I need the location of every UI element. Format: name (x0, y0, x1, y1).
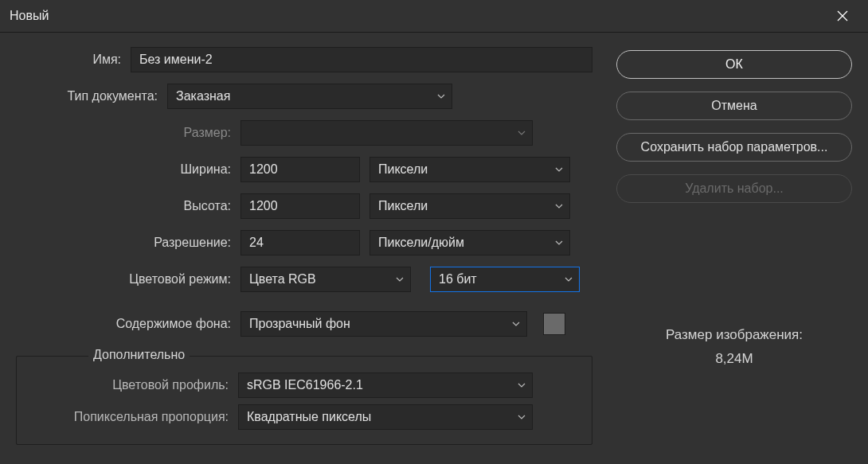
advanced-legend: Дополнительно (88, 348, 190, 362)
advanced-group: Дополнительно Цветовой профиль: sRGB IEC… (16, 356, 592, 445)
ok-button[interactable]: ОК (616, 50, 852, 79)
chevron-down-icon (396, 277, 404, 282)
background-color-swatch[interactable] (543, 313, 565, 335)
close-icon (837, 10, 848, 21)
bit-depth-select[interactable]: 16 бит (430, 267, 580, 292)
chevron-down-icon (512, 322, 520, 326)
chevron-down-icon (437, 94, 445, 99)
height-unit-value: Пиксели (378, 199, 428, 213)
color-profile-select[interactable]: sRGB IEC61966-2.1 (238, 372, 533, 398)
background-select[interactable]: Прозрачный фон (240, 311, 527, 337)
titlebar: Новый (0, 0, 868, 32)
background-value: Прозрачный фон (249, 317, 350, 331)
dialog-title: Новый (10, 9, 49, 23)
save-preset-button[interactable]: Сохранить набор параметров... (616, 133, 852, 162)
bit-depth-value: 16 бит (439, 272, 477, 287)
image-size-label: Размер изображения: (616, 327, 852, 343)
color-mode-value: Цвета RGB (249, 272, 316, 287)
chevron-down-icon (555, 167, 563, 172)
width-input[interactable] (240, 157, 360, 182)
doc-type-label: Тип документа: (16, 89, 158, 103)
color-mode-label: Цветовой режим: (16, 272, 231, 287)
height-unit-select[interactable]: Пиксели (369, 193, 570, 219)
name-label: Имя: (16, 53, 121, 67)
background-label: Содержимое фона: (16, 317, 231, 331)
resolution-label: Разрешение: (16, 236, 231, 250)
doc-type-value: Заказная (176, 89, 230, 103)
size-select[interactable] (240, 120, 533, 146)
height-label: Высота: (16, 199, 231, 213)
color-mode-select[interactable]: Цвета RGB (240, 267, 411, 292)
doc-type-select[interactable]: Заказная (167, 84, 452, 109)
chevron-down-icon (555, 240, 563, 245)
name-input[interactable] (131, 47, 592, 72)
chevron-down-icon (518, 415, 526, 419)
chevron-down-icon (565, 277, 573, 282)
size-label: Размер: (16, 126, 231, 140)
resolution-unit-select[interactable]: Пиксели/дюйм (369, 230, 570, 255)
close-button[interactable] (827, 0, 858, 32)
color-profile-label: Цветовой профиль: (25, 378, 229, 392)
pixel-aspect-value: Квадратные пикселы (247, 410, 371, 424)
image-size-value: 8,24M (616, 351, 852, 367)
chevron-down-icon (518, 131, 526, 135)
cancel-button[interactable]: Отмена (616, 92, 852, 120)
image-size-info: Размер изображения: 8,24M (616, 327, 852, 367)
delete-preset-button: Удалить набор... (616, 174, 852, 203)
chevron-down-icon (555, 204, 563, 209)
width-unit-value: Пиксели (378, 162, 428, 177)
width-unit-select[interactable]: Пиксели (369, 157, 570, 182)
resolution-input[interactable] (240, 230, 360, 255)
pixel-aspect-select[interactable]: Квадратные пикселы (238, 404, 533, 430)
chevron-down-icon (518, 383, 526, 388)
width-label: Ширина: (16, 162, 231, 177)
pixel-aspect-label: Попиксельная пропорция: (25, 410, 229, 424)
resolution-unit-value: Пиксели/дюйм (378, 236, 464, 250)
height-input[interactable] (240, 193, 360, 219)
color-profile-value: sRGB IEC61966-2.1 (247, 378, 363, 392)
